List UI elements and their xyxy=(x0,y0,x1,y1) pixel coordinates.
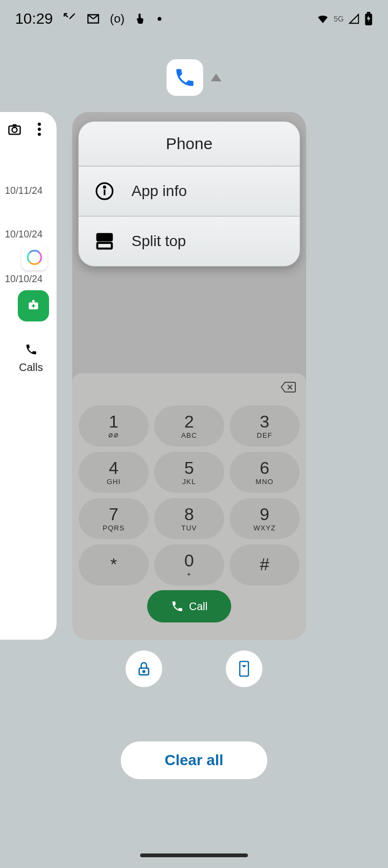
finger-tap-icon xyxy=(134,12,147,25)
nav-handle[interactable] xyxy=(140,853,248,857)
app-context-menu: Phone App info Split top xyxy=(78,121,300,267)
svg-rect-13 xyxy=(98,234,112,241)
voicemail-count-icon: (o) xyxy=(110,12,124,26)
key-8[interactable]: 8TUV xyxy=(154,498,224,539)
app-chip[interactable] xyxy=(167,59,221,96)
app-row-icon xyxy=(22,244,47,270)
list-date: 10/10/24 xyxy=(0,229,47,240)
voicemail-icon: ⌀⌀ xyxy=(108,430,119,439)
calls-tab-label[interactable]: Calls xyxy=(19,361,43,374)
network-5g-label: 5G xyxy=(334,15,344,23)
menu-item-app-info[interactable]: App info xyxy=(79,166,300,216)
add-badge-icon[interactable] xyxy=(18,290,49,321)
recents-card-left[interactable]: 10/11/24 10/10/24 10/10/24 n the Calls xyxy=(0,112,57,640)
svg-rect-14 xyxy=(98,243,112,249)
gmail-icon xyxy=(86,12,100,26)
menu-item-split-top[interactable]: Split top xyxy=(79,216,300,266)
key-3[interactable]: 3DEF xyxy=(230,405,300,446)
wifi-icon xyxy=(316,12,329,25)
call-button-label: Call xyxy=(189,600,207,613)
key-star[interactable]: * xyxy=(79,544,149,585)
status-time: 10:29 xyxy=(15,10,53,27)
clear-all-button[interactable]: Clear all xyxy=(121,741,267,779)
split-top-icon xyxy=(94,230,115,252)
svg-point-12 xyxy=(104,186,106,188)
svg-point-0 xyxy=(157,17,161,21)
battery-icon xyxy=(364,12,373,26)
missed-call-icon xyxy=(63,12,77,26)
menu-item-label: Split top xyxy=(131,233,186,250)
context-menu-title: Phone xyxy=(79,122,300,166)
dot-icon xyxy=(157,16,162,22)
svg-rect-9 xyxy=(32,300,34,302)
backspace-icon[interactable] xyxy=(280,381,296,396)
key-2[interactable]: 2ABC xyxy=(154,405,224,446)
phone-app-icon[interactable] xyxy=(167,59,203,96)
dialer-panel: 1⌀⌀ 2ABC 3DEF 4GHI 5JKL 6MNO 7PQRS 8TUV … xyxy=(72,373,306,640)
key-6[interactable]: 6MNO xyxy=(230,452,300,493)
key-0[interactable]: 0+ xyxy=(154,544,224,585)
status-right: 5G xyxy=(316,12,373,26)
phone-icon xyxy=(25,343,38,358)
key-5[interactable]: 5JKL xyxy=(154,452,224,493)
svg-point-5 xyxy=(38,123,41,126)
camera-icon[interactable] xyxy=(7,122,22,137)
svg-rect-2 xyxy=(367,12,371,13)
key-hash[interactable]: # xyxy=(230,544,300,585)
signal-icon xyxy=(348,13,360,25)
info-icon xyxy=(94,180,115,202)
key-1[interactable]: 1⌀⌀ xyxy=(79,405,149,446)
lock-app-button[interactable] xyxy=(126,650,162,687)
call-button[interactable]: Call xyxy=(147,590,231,622)
clear-all-label: Clear all xyxy=(165,752,224,769)
svg-point-7 xyxy=(38,132,41,136)
svg-point-16 xyxy=(143,670,144,672)
key-7[interactable]: 7PQRS xyxy=(79,498,149,539)
list-date: 10/11/24 xyxy=(0,185,47,197)
screenshot-button[interactable] xyxy=(226,650,262,687)
chevron-up-icon xyxy=(211,74,221,81)
svg-rect-17 xyxy=(240,661,248,676)
more-vert-icon[interactable] xyxy=(37,122,41,137)
svg-point-4 xyxy=(12,128,17,132)
status-left: 10:29 (o) xyxy=(15,10,162,27)
svg-point-6 xyxy=(38,128,41,131)
key-9[interactable]: 9WXYZ xyxy=(230,498,300,539)
keypad: 1⌀⌀ 2ABC 3DEF 4GHI 5JKL 6MNO 7PQRS 8TUV … xyxy=(79,405,300,585)
key-4[interactable]: 4GHI xyxy=(79,452,149,493)
action-row xyxy=(0,650,388,687)
list-date: 10/10/24 xyxy=(0,274,47,285)
menu-item-label: App info xyxy=(131,183,187,200)
status-bar: 10:29 (o) 5G xyxy=(0,0,388,38)
